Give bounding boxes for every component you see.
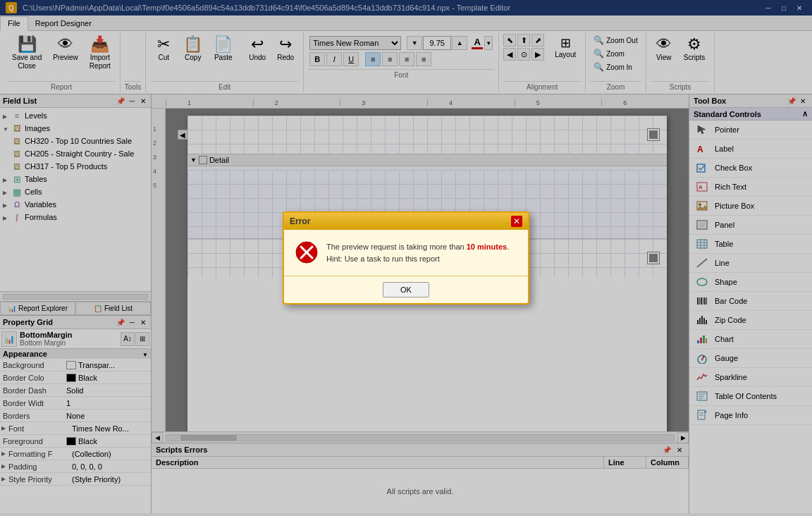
error-msg-highlight: 10 minutes <box>467 242 507 251</box>
error-msg-part2: Hint: Use a task to run this report <box>326 254 440 263</box>
error-dialog-close-button[interactable]: ✕ <box>511 216 522 227</box>
error-ok-button[interactable]: OK <box>383 282 429 297</box>
error-dialog-header: Error ✕ <box>284 213 528 230</box>
error-dialog-footer: OK <box>284 276 528 303</box>
error-icon <box>295 241 318 264</box>
error-msg-part1: The preview request is taking more than <box>326 242 467 251</box>
error-dialog: Error ✕ The preview request is taking mo… <box>283 211 529 305</box>
error-message: The preview request is taking more than … <box>326 241 509 264</box>
dialog-overlay: Error ✕ The preview request is taking mo… <box>0 0 812 516</box>
error-dialog-title: Error <box>290 216 310 226</box>
error-dialog-body: The preview request is taking more than … <box>284 230 528 276</box>
